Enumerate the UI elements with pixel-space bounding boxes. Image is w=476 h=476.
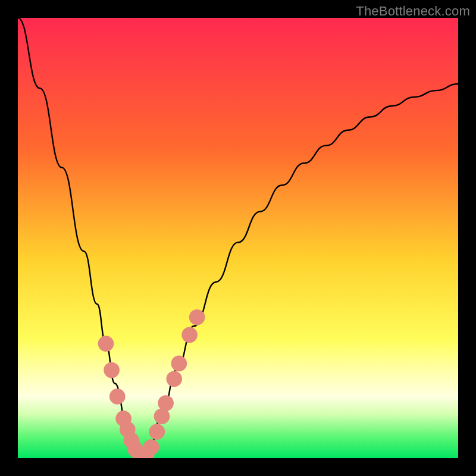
data-marker	[98, 336, 114, 352]
data-marker	[149, 424, 165, 440]
watermark-text: TheBottleneck.com	[356, 4, 470, 19]
data-marker	[109, 389, 126, 405]
data-marker	[189, 309, 205, 325]
chart-svg	[18, 18, 458, 458]
bottleneck-curve	[18, 18, 458, 458]
data-marker	[158, 395, 174, 411]
data-marker	[181, 327, 198, 343]
data-marker	[171, 356, 187, 372]
data-marker	[104, 362, 120, 378]
data-marker	[143, 439, 159, 455]
plot-frame	[18, 18, 458, 458]
data-marker	[166, 371, 182, 387]
